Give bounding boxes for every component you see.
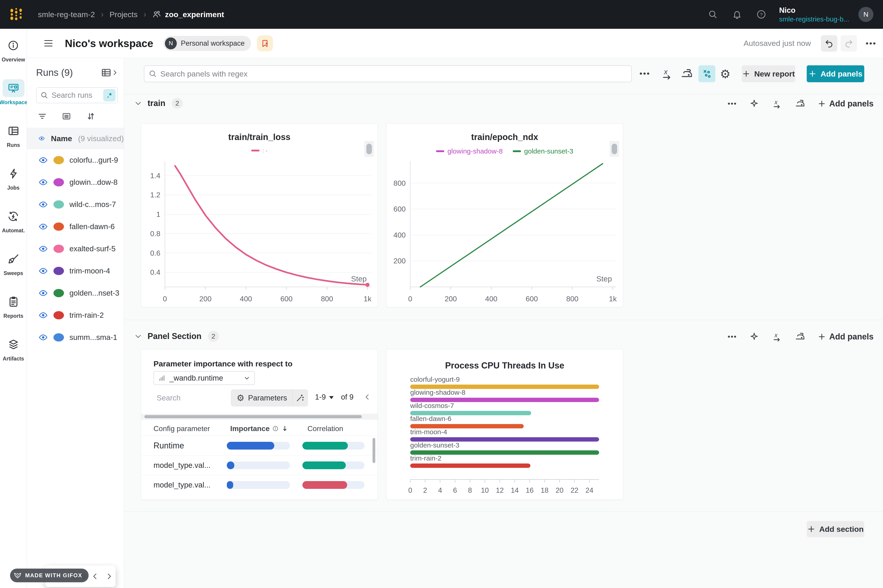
search-runs-input[interactable]: Search runs .* (36, 87, 118, 103)
visibility-eye-icon[interactable] (38, 244, 48, 254)
outliers-scatter-toggle-icon[interactable] (699, 65, 715, 82)
section-header-train[interactable]: train 2 (134, 98, 183, 109)
horizontal-scrollbar[interactable] (141, 414, 378, 420)
notifications-bell-icon[interactable] (732, 9, 742, 20)
visibility-eye-icon[interactable] (38, 266, 48, 276)
panel-epoch-ndx[interactable]: train/epoch_ndx glowing-shadow-8golden-s… (386, 123, 623, 307)
visibility-eye-icon[interactable] (38, 134, 45, 143)
run-list-item[interactable]: fallen-dawn-6 (27, 215, 124, 238)
epoch-ndx-line-chart[interactable]: 20040060080002004006008001kStep (390, 158, 620, 304)
sidebar-item-jobs[interactable]: Jobs (7, 165, 19, 199)
settings-gear-icon[interactable]: ⚙ (720, 67, 731, 81)
column-importance[interactable]: Importance (230, 424, 288, 433)
sidebar-item-reports[interactable]: Reports (3, 293, 23, 327)
runs-table-expand-icon[interactable] (101, 68, 118, 78)
run-list-item[interactable]: trim-moon-4 (27, 260, 124, 282)
smoothing-iron-icon[interactable] (680, 67, 693, 80)
section-add-panels-button[interactable]: Add panels (818, 99, 874, 108)
new-report-button[interactable]: New report (742, 65, 795, 82)
add-section-button[interactable]: Add section (807, 521, 864, 537)
section-spark-pin-icon[interactable] (750, 332, 759, 342)
section-overflow-icon[interactable]: ••• (728, 100, 737, 108)
sidebar-item-sweeps[interactable]: Sweeps (4, 250, 23, 284)
column-config-parameter[interactable]: Config parameter (153, 424, 210, 433)
breadcrumb-team[interactable]: smle-reg-team-2 (38, 10, 95, 19)
breadcrumb-projects[interactable]: Projects (109, 10, 138, 19)
visibility-eye-icon[interactable] (38, 333, 48, 342)
cpu-threads-bar-chart[interactable]: colorful-yogurt-9glowing-shadow-8wild-co… (390, 370, 620, 498)
sidebar-item-workspace[interactable]: Workspace (0, 79, 27, 113)
run-list-item[interactable]: exalted-surf-5 (27, 238, 124, 260)
visibility-eye-icon[interactable] (38, 177, 48, 187)
section-header-panel-section[interactable]: Panel Section 2 (134, 331, 219, 342)
runs-list-header[interactable]: Name (9 visualized) (27, 128, 124, 149)
personal-workspace-badge[interactable]: N Personal workspace (163, 36, 251, 51)
visibility-eye-icon[interactable] (38, 155, 48, 165)
parameter-row[interactable]: model_type.val... (141, 475, 378, 495)
section-spark-pin-icon[interactable] (750, 99, 759, 108)
parameter-row[interactable]: model_type.val... (141, 455, 378, 475)
vertical-scrollbar[interactable] (373, 438, 375, 463)
toolbar-overflow-icon[interactable]: ••• (640, 69, 651, 78)
user-menu[interactable]: Nico smle-registries-bug-b... (779, 6, 849, 24)
x-axis-settings-icon[interactable]: x (660, 67, 673, 80)
run-list-item[interactable]: trim-rain-2 (27, 304, 124, 326)
header-overflow-menu-icon[interactable]: ••• (866, 39, 877, 48)
user-team-link[interactable]: smle-registries-bug-b... (779, 15, 849, 24)
magic-wand-button[interactable] (292, 390, 308, 406)
run-list-item[interactable]: glowin...dow-8 (27, 171, 124, 193)
section-overflow-icon[interactable]: ••• (728, 333, 737, 340)
panel-parameter-importance[interactable]: Parameter importance with respect to _wa… (141, 349, 378, 500)
section-x-axis-icon[interactable]: x (771, 331, 782, 342)
help-icon[interactable]: ? (756, 9, 766, 20)
search-icon[interactable] (708, 9, 718, 20)
panel-drag-handle[interactable] (610, 141, 619, 157)
avatar[interactable]: N (858, 7, 873, 22)
svg-text:colorful-yogurt-9: colorful-yogurt-9 (410, 375, 460, 383)
visibility-eye-icon[interactable] (38, 200, 48, 209)
collapse-chevron-icon[interactable] (363, 393, 371, 401)
metric-select-dropdown[interactable]: _wandb.runtime (153, 371, 255, 385)
redo-button[interactable] (841, 35, 857, 52)
filter-icon[interactable] (37, 111, 47, 121)
sidebar-item-artifacts[interactable]: Artifacts (3, 336, 24, 370)
section-add-panels-button[interactable]: Add panels (818, 332, 874, 342)
sidebar-item-automations[interactable]: Automat. (2, 207, 25, 242)
regex-toggle-button[interactable]: .* (103, 89, 115, 101)
wandb-logo-icon[interactable] (10, 7, 23, 22)
search-panels-input[interactable]: Search panels with regex (144, 65, 632, 82)
section-smoothing-icon[interactable] (795, 331, 805, 342)
parameter-pager[interactable]: 1-9 of 9 (315, 393, 354, 401)
parameter-row[interactable]: Runtime (141, 436, 378, 455)
runs-list: colorfu...gurt-9 glowin...dow-8 wild-c..… (27, 149, 124, 348)
menu-hamburger-icon[interactable] (44, 38, 52, 48)
sidebar-item-runs[interactable]: Runs (7, 122, 20, 156)
run-list-item[interactable]: golden...nset-3 (27, 282, 124, 304)
add-panels-button[interactable]: Add panels (807, 65, 864, 82)
undo-button[interactable] (821, 35, 837, 52)
run-list-item[interactable]: colorfu...gurt-9 (27, 149, 124, 171)
panel-cpu-threads[interactable]: Process CPU Threads In Use colorful-yogu… (386, 349, 623, 500)
next-page-chevron-icon[interactable] (105, 572, 113, 580)
column-correlation[interactable]: Correlation (307, 424, 343, 433)
visibility-eye-icon[interactable] (38, 222, 48, 231)
breadcrumb-project[interactable]: zoo_experiment (152, 10, 224, 19)
panel-drag-handle[interactable] (364, 141, 374, 157)
prev-page-chevron-icon[interactable] (91, 572, 99, 580)
group-list-icon[interactable] (61, 111, 71, 121)
parameters-button[interactable]: ⚙ Parameters (231, 390, 292, 406)
run-list-item[interactable]: wild-c...mos-7 (27, 193, 124, 215)
sidebar-item-overview[interactable]: Overview (1, 36, 25, 70)
run-list-item[interactable]: summ...sma-1 (27, 326, 124, 348)
parameter-search-placeholder[interactable]: Search (157, 394, 181, 402)
panel-train-loss[interactable]: train/train_loss : - 0.40.60.811.21.4020… (141, 123, 378, 307)
section-smoothing-icon[interactable] (795, 98, 805, 109)
sort-icon[interactable] (86, 111, 96, 121)
visibility-eye-icon[interactable] (38, 288, 48, 298)
chevron-down-icon[interactable] (134, 99, 142, 107)
section-x-axis-icon[interactable]: x (771, 98, 782, 109)
chevron-down-icon[interactable] (134, 332, 142, 340)
train-loss-line-chart[interactable]: 0.40.60.811.21.402004006008001kStep (145, 158, 374, 304)
clear-workspace-icon[interactable] (257, 35, 273, 51)
visibility-eye-icon[interactable] (38, 310, 48, 320)
